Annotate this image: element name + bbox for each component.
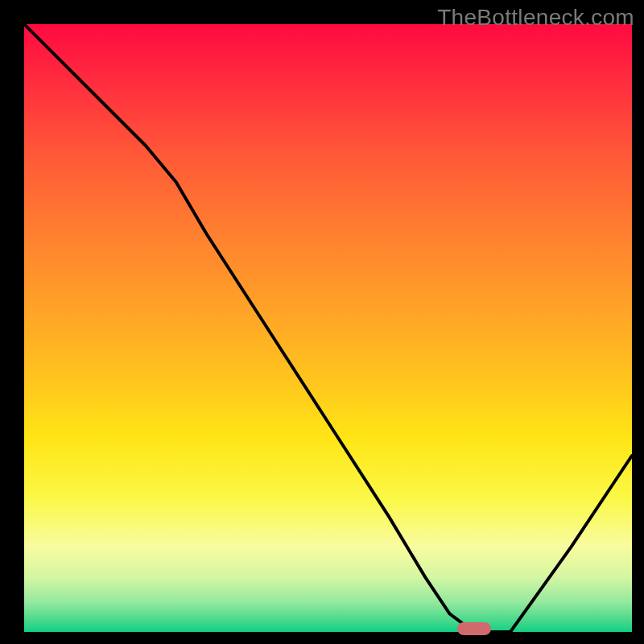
bottleneck-curve <box>24 24 632 632</box>
plot-area <box>24 24 632 632</box>
curve-path <box>24 24 632 632</box>
watermark-text: TheBottleneck.com <box>437 5 634 31</box>
optimum-marker <box>457 622 491 635</box>
